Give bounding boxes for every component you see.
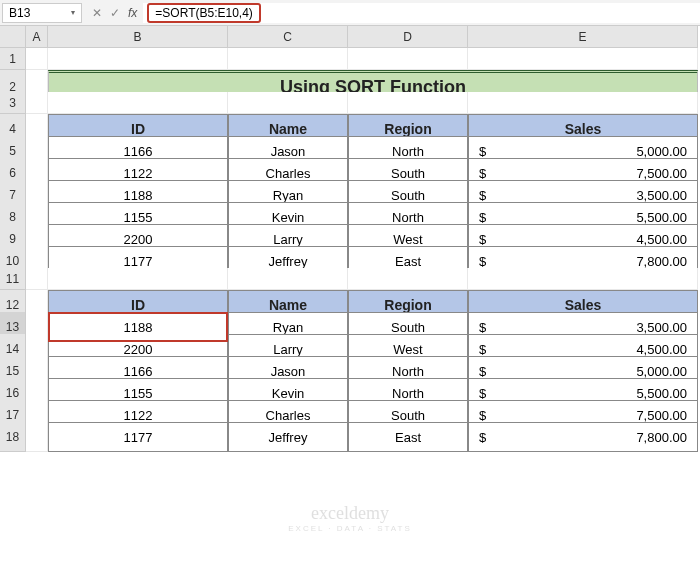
active-cell[interactable]: 1188 bbox=[48, 312, 228, 342]
cell[interactable] bbox=[468, 268, 698, 290]
watermark: exceldemy EXCEL · DATA · STATS bbox=[288, 503, 412, 533]
chevron-down-icon[interactable]: ▾ bbox=[71, 8, 75, 17]
cell[interactable] bbox=[468, 48, 698, 70]
currency: $ bbox=[479, 386, 486, 401]
sales-value: 7,500.00 bbox=[636, 166, 687, 181]
row-header[interactable]: 11 bbox=[0, 268, 26, 290]
cell[interactable] bbox=[48, 48, 228, 70]
currency: $ bbox=[479, 254, 486, 269]
sales-value: 5,000.00 bbox=[636, 144, 687, 159]
currency: $ bbox=[479, 364, 486, 379]
col-header-d[interactable]: D bbox=[348, 26, 468, 48]
cell[interactable] bbox=[348, 48, 468, 70]
spreadsheet-grid: A B C D E 1 2 Using SORT Function 3 4 ID… bbox=[0, 26, 700, 444]
sales-value: 3,500.00 bbox=[636, 188, 687, 203]
cancel-icon[interactable]: ✕ bbox=[92, 6, 102, 20]
cell[interactable] bbox=[26, 48, 48, 70]
table-cell[interactable]: East bbox=[348, 422, 468, 452]
currency: $ bbox=[479, 408, 486, 423]
fx-icon[interactable]: fx bbox=[128, 6, 137, 20]
cell[interactable] bbox=[228, 48, 348, 70]
formula-input[interactable]: =SORT(B5:E10,4) bbox=[143, 3, 700, 23]
currency: $ bbox=[479, 210, 486, 225]
cell[interactable] bbox=[348, 92, 468, 114]
cell[interactable] bbox=[26, 92, 48, 114]
table-cell[interactable]: 1177 bbox=[48, 422, 228, 452]
cell[interactable] bbox=[348, 268, 468, 290]
sales-value: 4,500.00 bbox=[636, 342, 687, 357]
cell[interactable] bbox=[468, 92, 698, 114]
select-all-corner[interactable] bbox=[0, 26, 26, 48]
cell[interactable] bbox=[228, 268, 348, 290]
sales-value: 3,500.00 bbox=[636, 320, 687, 335]
col-header-e[interactable]: E bbox=[468, 26, 698, 48]
table-cell[interactable]: $7,800.00 bbox=[468, 422, 698, 452]
cell[interactable] bbox=[26, 268, 48, 290]
name-box[interactable]: B13 ▾ bbox=[2, 3, 82, 23]
sales-value: 5,500.00 bbox=[636, 210, 687, 225]
sales-value: 5,500.00 bbox=[636, 386, 687, 401]
currency: $ bbox=[479, 188, 486, 203]
col-header-a[interactable]: A bbox=[26, 26, 48, 48]
currency: $ bbox=[479, 320, 486, 335]
table-cell[interactable]: Jeffrey bbox=[228, 422, 348, 452]
col-header-b[interactable]: B bbox=[48, 26, 228, 48]
cell[interactable] bbox=[26, 422, 48, 452]
currency: $ bbox=[479, 430, 486, 445]
watermark-tag: EXCEL · DATA · STATS bbox=[288, 524, 412, 533]
name-box-value: B13 bbox=[9, 6, 30, 20]
formula-text: =SORT(B5:E10,4) bbox=[147, 3, 261, 23]
currency: $ bbox=[479, 342, 486, 357]
col-header-c[interactable]: C bbox=[228, 26, 348, 48]
confirm-icon[interactable]: ✓ bbox=[110, 6, 120, 20]
cell[interactable] bbox=[48, 268, 228, 290]
row-header[interactable]: 1 bbox=[0, 48, 26, 70]
currency: $ bbox=[479, 166, 486, 181]
row-header[interactable]: 3 bbox=[0, 92, 26, 114]
cell[interactable] bbox=[228, 92, 348, 114]
formula-bar-icons: ✕ ✓ bbox=[92, 6, 120, 20]
sales-value: 7,500.00 bbox=[636, 408, 687, 423]
currency: $ bbox=[479, 232, 486, 247]
currency: $ bbox=[479, 144, 486, 159]
sales-value: 5,000.00 bbox=[636, 364, 687, 379]
sales-value: 7,800.00 bbox=[636, 254, 687, 269]
cell[interactable] bbox=[48, 92, 228, 114]
watermark-brand: exceldemy bbox=[288, 503, 412, 524]
sales-value: 7,800.00 bbox=[636, 430, 687, 445]
sales-value: 4,500.00 bbox=[636, 232, 687, 247]
row-header[interactable]: 18 bbox=[0, 422, 26, 452]
formula-bar: B13 ▾ ✕ ✓ fx =SORT(B5:E10,4) bbox=[0, 0, 700, 26]
